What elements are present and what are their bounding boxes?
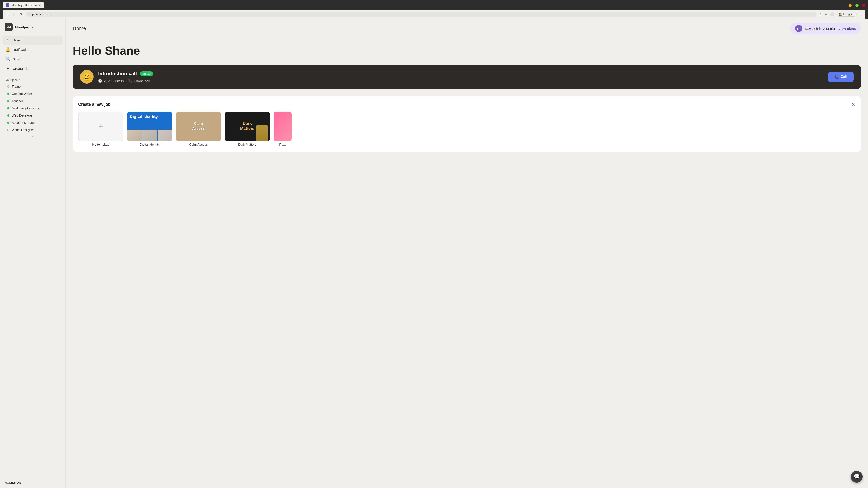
your-jobs-label: Your jobs: [5, 78, 18, 82]
create-job-close-button[interactable]: ✕: [851, 102, 855, 107]
dark-matters-person: [256, 125, 268, 141]
menu-icon[interactable]: ⋮: [859, 12, 863, 16]
chat-icon: 💬: [854, 474, 860, 480]
template-thumb-digital: Digital Identity: [127, 111, 172, 141]
maximize-button[interactable]: □: [855, 4, 859, 7]
template-name-digital: Digital Identity: [127, 143, 172, 147]
bookmark-icon[interactable]: ☆: [819, 12, 822, 16]
tab-close-button[interactable]: ✕: [39, 4, 41, 7]
trial-text: Days left in your trial: [805, 27, 836, 31]
company-dropdown-arrow[interactable]: ▾: [32, 26, 33, 29]
digital-identity-text: Digital Identity: [130, 114, 169, 119]
sidebar-item-label-notifications: Notifications: [13, 48, 31, 52]
phone-icon: 📞: [128, 79, 132, 83]
sidebar-footer: HOMERUN: [0, 477, 65, 488]
browser-tabs: H Moodjoy · Homerun ✕ +: [3, 2, 51, 8]
extensions-icon[interactable]: ⬜: [830, 12, 834, 16]
clock-icon: 🕐: [98, 79, 102, 83]
job-dot-trainer: [7, 86, 9, 88]
chat-widget[interactable]: 💬: [851, 471, 863, 483]
template-race[interactable]: Ra...: [274, 111, 291, 147]
job-label-web-developer: Web Developer: [12, 113, 33, 117]
sidebar-item-visual-designer[interactable]: Visual Designer: [2, 126, 64, 133]
template-name-dark: Dark Matters: [225, 143, 270, 147]
page-title: Home: [73, 26, 86, 31]
trial-days-number: 14: [795, 25, 802, 32]
interview-left: 😊 Introduction call Today 🕐 23:45 - 00:0…: [80, 70, 153, 84]
browser-toolbar: ‹ › ↻ app.homerun.co ☆ ⬇ ⬜ 🕵 Incognito ⋮: [3, 10, 865, 19]
template-thumb-no: +: [78, 111, 123, 141]
template-dark-matters[interactable]: DarkMatters Dark Matters: [225, 111, 270, 147]
sidebar-item-web-developer[interactable]: Web Developer: [2, 112, 64, 119]
job-label-marketing-associate: Marketing Associate: [12, 106, 40, 110]
view-plans-link[interactable]: View plans: [838, 27, 856, 31]
template-digital-identity[interactable]: Digital Identity Digital Identity: [127, 111, 172, 147]
job-dot-visual-designer: [7, 129, 9, 131]
top-bar: Home 14 Days left in your trial View pla…: [66, 19, 868, 38]
interview-time-text: 23:45 - 00:00: [104, 79, 124, 83]
sidebar-item-marketing-associate[interactable]: Marketing Associate: [2, 105, 64, 112]
back-button[interactable]: ‹: [5, 12, 9, 17]
template-name-race: Ra...: [274, 143, 291, 147]
template-name-no: No template: [78, 143, 123, 147]
search-icon: 🔍: [5, 57, 10, 61]
sidebar: MM Moodjoy ▾ ⌂ Home 🔔 Notifications 🔍 Se…: [0, 19, 66, 488]
sidebar-item-search[interactable]: 🔍 Search: [3, 55, 63, 64]
template-thumb-dark: DarkMatters: [225, 111, 270, 141]
calm-access-text: CalmAccess: [192, 122, 205, 131]
job-dot-account-manager: [7, 122, 9, 124]
call-button[interactable]: 📞 Call: [828, 72, 854, 82]
interview-type: 📞 Phone call: [128, 79, 150, 83]
call-phone-icon: 📞: [834, 75, 839, 79]
company-name: Moodjoy: [15, 25, 29, 29]
sidebar-item-content-writer[interactable]: Content Writer: [2, 90, 64, 97]
template-name-calm: Calm Access: [176, 143, 221, 147]
tab-favicon: H: [6, 3, 9, 7]
close-button[interactable]: ✕: [862, 4, 865, 7]
sidebar-item-trainer[interactable]: Trainer: [2, 83, 64, 90]
your-jobs-arrow[interactable]: ▾: [19, 78, 20, 81]
call-button-label: Call: [841, 75, 847, 79]
refresh-button[interactable]: ↻: [18, 11, 24, 17]
tab-title: Moodjoy · Homerun: [11, 3, 37, 7]
template-no-template[interactable]: + No template: [78, 111, 123, 147]
interview-card: 😊 Introduction call Today 🕐 23:45 - 00:0…: [73, 65, 861, 89]
home-icon: ⌂: [5, 38, 10, 42]
sidebar-item-label-search: Search: [13, 57, 24, 61]
download-icon[interactable]: ⬇: [825, 12, 827, 16]
url-text: app.homerun.co: [29, 12, 50, 16]
job-dot-web-developer: [7, 114, 9, 117]
digital-identity-photos: [127, 130, 172, 141]
sidebar-item-account-manager[interactable]: Account Manager: [2, 119, 64, 126]
sidebar-nav: ⌂ Home 🔔 Notifications 🔍 Search + Create…: [0, 34, 65, 75]
create-job-header: Create a new job ✕: [78, 102, 855, 107]
sidebar-item-create-job[interactable]: + Create job: [3, 64, 63, 73]
create-job-section: Create a new job ✕ + No template Dig: [73, 96, 861, 152]
sidebar-item-notifications[interactable]: 🔔 Notifications: [3, 45, 63, 54]
sidebar-item-label-create-job: Create job: [13, 67, 28, 70]
window-controls: – □ ✕: [848, 4, 865, 7]
sidebar-item-home[interactable]: ⌂ Home: [3, 36, 63, 44]
template-calm-access[interactable]: CalmAccess Calm Access: [176, 111, 221, 147]
jobs-list: Trainer Content Writer Teacher Marketing…: [0, 83, 65, 133]
interview-details: 🕐 23:45 - 00:00 📞 Phone call: [98, 79, 153, 83]
interview-title: Introduction call: [98, 71, 137, 76]
new-tab-button[interactable]: +: [45, 2, 51, 8]
job-label-content-writer: Content Writer: [12, 92, 32, 96]
bell-icon: 🔔: [5, 47, 10, 52]
today-badge: Today: [140, 71, 153, 76]
job-dot-teacher: [7, 100, 9, 102]
plus-icon: +: [5, 66, 10, 71]
address-bar[interactable]: app.homerun.co: [26, 11, 817, 17]
templates-grid: + No template Digital Identity: [78, 111, 855, 147]
job-label-visual-designer: Visual Designer: [12, 128, 34, 132]
job-label-account-manager: Account Manager: [12, 121, 37, 125]
minimize-button[interactable]: –: [848, 4, 852, 7]
sidebar-item-teacher[interactable]: Teacher: [2, 97, 64, 105]
interview-title-row: Introduction call Today: [98, 71, 153, 76]
avatar: MM: [4, 23, 13, 31]
active-tab[interactable]: H Moodjoy · Homerun ✕: [3, 2, 44, 8]
forward-button[interactable]: ›: [11, 12, 16, 17]
sidebar-item-label-home: Home: [13, 38, 22, 42]
create-job-title: Create a new job: [78, 102, 111, 107]
